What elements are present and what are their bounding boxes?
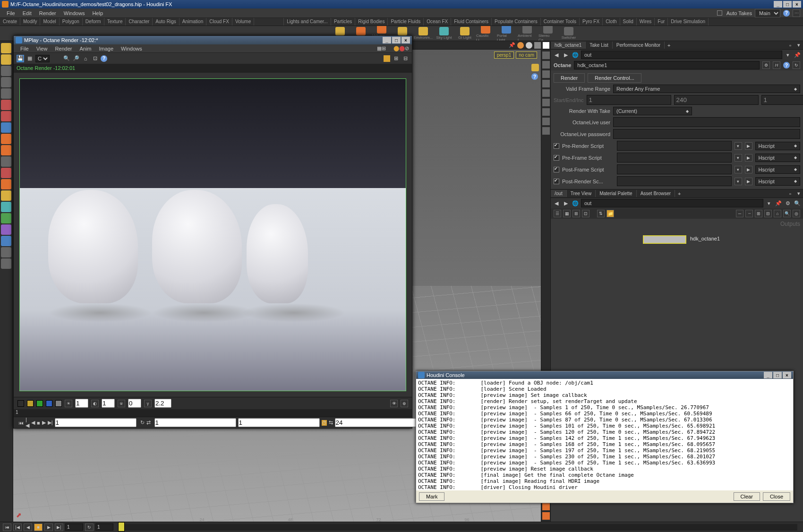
- tl-prev-icon[interactable]: ◀: [24, 523, 32, 531]
- shelf-ambient[interactable]: Ambient L...: [518, 26, 537, 41]
- take-select[interactable]: Main: [755, 9, 780, 17]
- mplay-contrast-icon[interactable]: ◐: [91, 400, 99, 407]
- net-layout-icon[interactable]: ⇅: [597, 210, 605, 217]
- shelf-tab-autorigs[interactable]: Auto Rigs: [153, 18, 179, 26]
- mplay-view1-icon[interactable]: [384, 55, 390, 62]
- prerender-run-icon[interactable]: ▶: [745, 142, 752, 150]
- shelf-tab-modify[interactable]: Modify: [20, 18, 40, 26]
- add-tab-icon[interactable]: +: [666, 42, 672, 49]
- prerender-lang[interactable]: Hscript◆: [755, 142, 800, 150]
- net-path-dd-icon[interactable]: ▾: [765, 199, 773, 207]
- net-path[interactable]: out: [581, 199, 763, 207]
- tool-lasso[interactable]: [1, 54, 11, 65]
- net-find-icon[interactable]: 🔍: [794, 199, 801, 207]
- pin-icon[interactable]: 📌: [509, 42, 515, 49]
- mplay-swatch-r[interactable]: [17, 400, 24, 407]
- shelf-tab-fur[interactable]: Fur: [655, 18, 668, 26]
- tool-q[interactable]: [1, 247, 11, 257]
- tl-first-icon[interactable]: ⏮: [3, 523, 11, 531]
- globe-icon[interactable]: 🌐: [572, 51, 579, 59]
- tl-frame-input[interactable]: [65, 523, 83, 531]
- shelf-tab-fcontain[interactable]: Fluid Containers: [451, 18, 492, 26]
- tl-play-icon[interactable]: ■: [34, 523, 43, 531]
- end-input[interactable]: [674, 95, 759, 105]
- console-close-button2[interactable]: Close: [763, 492, 790, 501]
- net-add-tab-icon[interactable]: +: [676, 190, 683, 197]
- mplay-min-button[interactable]: _: [383, 37, 391, 43]
- net-snap-icon[interactable]: ◎: [793, 210, 800, 217]
- mplay-menu-image[interactable]: Image: [95, 45, 118, 52]
- postframe-menu-icon[interactable]: ▾: [735, 166, 742, 173]
- tl-marker[interactable]: [118, 522, 125, 532]
- mplay-swatch-g[interactable]: [36, 400, 43, 407]
- menubar-extra-button[interactable]: ⋯: [793, 9, 800, 17]
- shelf-tab-lights[interactable]: Lights and Camer...: [284, 18, 331, 26]
- mplay-render-area[interactable]: [19, 78, 406, 391]
- tool-g[interactable]: [1, 134, 11, 144]
- vtool-6[interactable]: [542, 99, 550, 106]
- shelf-tab-texture[interactable]: Texture: [104, 18, 126, 26]
- prerender-menu-icon[interactable]: ▾: [735, 142, 742, 150]
- vtool-shade3[interactable]: [542, 512, 550, 520]
- net-tab-asset[interactable]: Asset Browser: [637, 190, 675, 197]
- mplay-adapt-icon[interactable]: ⊕: [401, 400, 408, 407]
- net-gear-icon[interactable]: ⚙: [784, 199, 792, 207]
- mp-sync-icon[interactable]: ⇆: [329, 420, 333, 426]
- tool-h[interactable]: [1, 145, 11, 155]
- tl-next-icon[interactable]: ▶: [44, 523, 53, 531]
- shelf-tab-solid[interactable]: Solid: [620, 18, 637, 26]
- net-back-icon[interactable]: ◀: [553, 199, 560, 207]
- vp-opt2[interactable]: [526, 42, 532, 49]
- shelf-tab-create[interactable]: Create: [0, 18, 20, 26]
- mplay-grid-icon[interactable]: ▦: [26, 55, 34, 62]
- shelf-tab-volume[interactable]: Volume: [232, 18, 254, 26]
- renderwith-take-combo[interactable]: (Current)◆: [613, 107, 692, 115]
- vp-snap-icon[interactable]: [531, 64, 539, 71]
- tool-r[interactable]: [1, 258, 11, 269]
- net-home-icon[interactable]: ⌂: [774, 210, 781, 217]
- net-fwd-icon[interactable]: ▶: [562, 199, 570, 207]
- mplay-help-icon[interactable]: ?: [101, 55, 107, 62]
- tool-c[interactable]: [1, 88, 11, 99]
- shelf-skylight[interactable]: Sky Light: [435, 27, 453, 40]
- tool-p[interactable]: [1, 236, 11, 246]
- preframe-input[interactable]: [617, 153, 732, 163]
- mp-loop-icon[interactable]: ↻: [140, 420, 145, 426]
- mplay-inspect-icon[interactable]: 👁: [390, 400, 398, 407]
- postframe-run-icon[interactable]: ▶: [745, 166, 752, 173]
- vtool-3[interactable]: [542, 70, 550, 78]
- console-min-button[interactable]: _: [764, 372, 772, 378]
- net-view-tree-icon[interactable]: ⊞: [572, 210, 580, 217]
- preframe-checkbox[interactable]: [554, 155, 559, 161]
- mplay-rec-icon[interactable]: ⬤: [393, 45, 399, 51]
- mplay-home-icon[interactable]: ⌂: [82, 55, 89, 62]
- path-dropdown-icon[interactable]: ▾: [784, 51, 792, 59]
- mplay-view3-icon[interactable]: ⊟: [402, 55, 409, 62]
- shelf-caustic[interactable]: Caustic Li...: [476, 26, 495, 41]
- nav-back-icon[interactable]: ◀: [553, 51, 560, 59]
- shelf-tab-wires[interactable]: Wires: [637, 18, 655, 26]
- params-tab-node[interactable]: hdk_octane1: [551, 42, 586, 49]
- mplay-layout2-icon[interactable]: ⊞: [382, 45, 386, 51]
- mplay-swatch-y[interactable]: [27, 400, 34, 407]
- vtool-4[interactable]: [542, 80, 550, 87]
- mp-next-icon[interactable]: ▶: [42, 420, 46, 426]
- tl-track[interactable]: 24 48 72 96: [118, 524, 797, 531]
- params-tab-perf[interactable]: Performance Monitor: [613, 42, 665, 49]
- tool-e[interactable]: [1, 111, 11, 121]
- net-globe-icon[interactable]: 🌐: [572, 199, 579, 207]
- mplay-menu-view[interactable]: View: [33, 45, 51, 52]
- shelf-tab-pyro[interactable]: Pyro FX: [580, 18, 603, 26]
- tool-b[interactable]: [1, 77, 11, 87]
- mp-first-icon[interactable]: ⏮: [18, 420, 24, 426]
- tool-o[interactable]: [1, 224, 11, 235]
- start-input[interactable]: [587, 95, 671, 105]
- preframe-menu-icon[interactable]: ▾: [735, 154, 742, 162]
- console-clear-button[interactable]: Clear: [734, 492, 760, 501]
- valid-frame-combo[interactable]: Render Any Frame◆: [613, 85, 800, 93]
- net-tab-tree[interactable]: Tree View: [567, 190, 596, 197]
- node-help-icon[interactable]: ?: [783, 62, 790, 69]
- tool-d[interactable]: [1, 100, 11, 110]
- mplay-menu-anim[interactable]: Anim: [76, 45, 95, 52]
- mp-start-input[interactable]: [154, 418, 236, 427]
